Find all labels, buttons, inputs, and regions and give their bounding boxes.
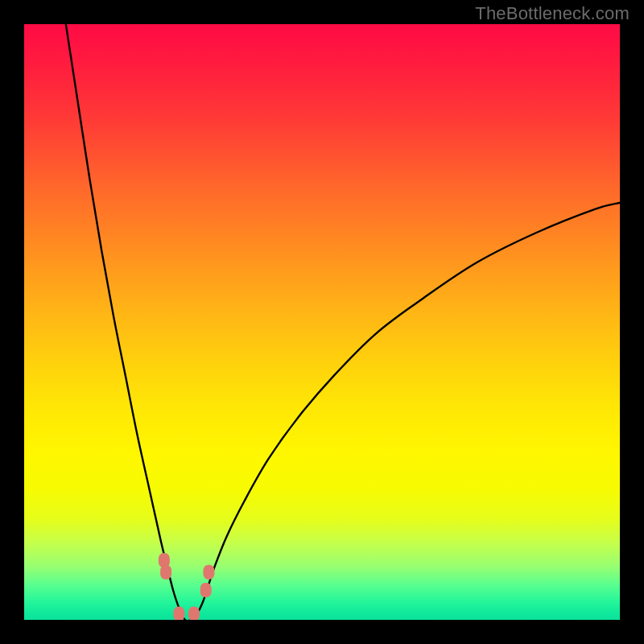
plot-area <box>24 24 620 620</box>
curve-marker <box>173 607 184 620</box>
curve-markers <box>159 553 215 620</box>
watermark-text: TheBottleneck.com <box>475 3 630 24</box>
curve-marker <box>188 607 200 620</box>
bottleneck-curve <box>66 24 620 620</box>
curve-marker <box>160 565 171 580</box>
curve-layer <box>24 24 620 620</box>
chart-frame: TheBottleneck.com <box>0 0 644 644</box>
curve-marker <box>203 565 214 580</box>
curve-marker <box>200 583 212 597</box>
